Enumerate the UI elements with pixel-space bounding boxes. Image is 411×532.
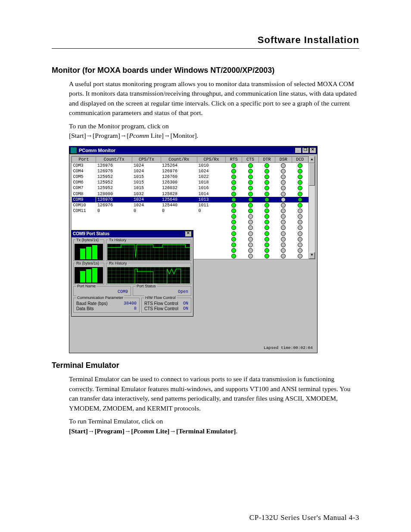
table-row[interactable] xyxy=(72,219,308,225)
table-row[interactable]: COM1012697610241254401011 xyxy=(72,202,308,208)
status-led xyxy=(298,225,302,230)
port-status-popup[interactable]: COM9 Port Status ✕ Tx (bytes/1s) 3072 Tx… xyxy=(71,230,193,317)
status-led xyxy=(248,248,253,253)
status-led xyxy=(265,197,269,202)
status-led xyxy=(231,186,236,190)
section1-para2: To run the Monitor program, click on [St… xyxy=(69,121,359,141)
status-led xyxy=(281,214,286,219)
status-led xyxy=(248,225,253,230)
status-led xyxy=(248,203,253,208)
window-title: PComm Monitor xyxy=(79,148,294,153)
rx-meter: Rx (bytes/1s) 3516 xyxy=(73,263,104,284)
table-row[interactable]: COM612595210151263001018 xyxy=(72,180,308,185)
status-led xyxy=(298,169,302,174)
status-led xyxy=(298,254,302,258)
status-led xyxy=(281,237,286,242)
table-row[interactable]: COM912697610241256481013 xyxy=(72,197,308,202)
status-led xyxy=(231,248,236,253)
status-led xyxy=(265,169,269,174)
status-led xyxy=(231,208,236,213)
status-led xyxy=(281,174,286,179)
status-led xyxy=(231,169,236,174)
column-header: DCD xyxy=(292,156,308,162)
column-header: RTS xyxy=(225,156,242,162)
popup-close-button[interactable]: ✕ xyxy=(185,231,192,237)
status-led xyxy=(298,220,302,224)
status-led xyxy=(281,254,286,258)
status-led xyxy=(281,208,286,213)
status-led xyxy=(248,174,253,179)
minimize-button[interactable]: _ xyxy=(295,147,302,153)
status-led xyxy=(265,174,269,179)
status-led xyxy=(248,237,253,242)
section1-para1: A useful port status monitoring program … xyxy=(69,79,359,118)
status-led xyxy=(248,197,253,202)
status-led xyxy=(281,248,286,253)
vertical-scrollbar[interactable]: ▲ ▼ xyxy=(308,156,315,259)
status-led xyxy=(298,243,302,247)
status-led xyxy=(265,248,269,253)
status-led xyxy=(298,237,302,242)
status-led xyxy=(248,192,253,196)
status-led xyxy=(281,197,286,202)
table-row[interactable]: COM110000 xyxy=(72,208,308,214)
table-row[interactable]: COM812800010321258281014 xyxy=(72,191,308,197)
status-led xyxy=(265,163,269,168)
section-heading-monitor: Monitor (for MOXA boards under Windows N… xyxy=(52,66,359,75)
status-led xyxy=(231,203,236,208)
status-led xyxy=(248,186,253,190)
table-row[interactable]: COM412697610241269761024 xyxy=(72,168,308,174)
close-button[interactable]: ✕ xyxy=(309,147,316,153)
table-row[interactable]: COM712595210151260321016 xyxy=(72,185,308,191)
elapsed-time: Lapsed time:00:02:04 xyxy=(264,345,313,350)
status-led xyxy=(248,231,253,236)
status-led xyxy=(231,192,236,196)
status-led xyxy=(248,208,253,213)
status-led xyxy=(265,203,269,208)
section-heading-terminal: Terminal Emulator xyxy=(52,361,359,370)
scroll-up-button[interactable]: ▲ xyxy=(309,156,315,163)
status-led xyxy=(265,192,269,196)
pcomm-monitor-window: PComm Monitor _ ❐ ✕ PortCount/TxCPS/TxCo… xyxy=(69,146,318,353)
table-row[interactable] xyxy=(72,214,308,219)
column-header: DSR xyxy=(275,156,292,162)
status-led xyxy=(298,208,302,213)
port-status-value: Open xyxy=(178,289,188,294)
status-led xyxy=(281,163,286,168)
status-led xyxy=(298,214,302,219)
tx-history-graph: Tx History xyxy=(106,240,191,261)
status-led xyxy=(298,186,302,190)
page-header: Software Installation xyxy=(52,34,359,46)
status-led xyxy=(281,192,286,196)
table-row[interactable]: COM512595210151267601022 xyxy=(72,174,308,180)
status-led xyxy=(265,186,269,190)
status-led xyxy=(281,169,286,174)
status-led xyxy=(265,225,269,230)
status-led xyxy=(231,254,236,258)
rx-history-graph: Rx History xyxy=(106,263,191,284)
maximize-button[interactable]: ❐ xyxy=(302,147,309,153)
status-led xyxy=(281,220,286,224)
column-header: CPS/Rx xyxy=(197,156,225,162)
status-led xyxy=(298,231,302,236)
status-led xyxy=(281,243,286,247)
scroll-thumb[interactable] xyxy=(309,163,315,186)
popup-titlebar[interactable]: COM9 Port Status ✕ xyxy=(72,230,193,237)
status-led xyxy=(248,163,253,168)
section2-body: Terminal Emulator can be used to connect… xyxy=(69,374,359,436)
status-led xyxy=(248,220,253,224)
column-header: Count/Rx xyxy=(161,156,197,162)
window-titlebar[interactable]: PComm Monitor _ ❐ ✕ xyxy=(69,146,317,154)
status-led xyxy=(298,197,302,202)
column-header: Count/Tx xyxy=(96,156,132,162)
status-led xyxy=(231,231,236,236)
column-header: CTS xyxy=(242,156,258,162)
table-row[interactable]: COM312697610241252641010 xyxy=(72,162,308,168)
status-led xyxy=(265,180,269,185)
status-led xyxy=(265,231,269,236)
scroll-down-button[interactable]: ▼ xyxy=(309,252,315,259)
status-led xyxy=(281,203,286,208)
status-led xyxy=(248,254,253,258)
status-led xyxy=(248,180,253,185)
section2-para2: To run Terminal Emulator, click on [Star… xyxy=(69,417,359,436)
